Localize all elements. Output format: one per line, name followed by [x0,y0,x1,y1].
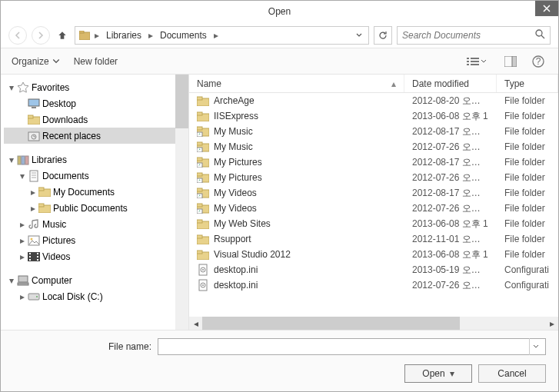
view-icon [467,57,479,66]
column-header-type[interactable]: Type [497,75,558,92]
breadcrumb-dropdown[interactable] [353,32,365,38]
file-name: My Music [214,141,253,152]
file-date: 2012-07-26 오후 4: [404,141,497,154]
file-row[interactable]: My Music2012-08-17 오후 5:File folder [189,124,558,139]
scrollbar-thumb[interactable] [202,317,460,330]
expand-toggle[interactable]: ▾ [7,82,16,93]
file-row[interactable]: My Pictures2012-08-17 오후 5:File folder [189,154,558,170]
file-row[interactable]: My Pictures2012-07-26 오후 4:File folder [189,170,558,185]
file-row[interactable]: desktop.ini2013-05-19 오후 2:Configurati [189,262,558,277]
svg-rect-7 [467,64,469,65]
file-list-body[interactable]: ArcheAge2012-08-20 오후 2:File folderIISEx… [189,93,558,317]
horizontal-scrollbar[interactable]: ◂ ▸ [189,317,558,330]
desktop-icon [27,98,41,110]
svg-rect-6 [471,61,479,62]
open-button[interactable]: Open ▾ [404,364,472,383]
svg-rect-21 [25,156,28,164]
file-row[interactable]: My Videos2012-07-26 오후 4:File folder [189,201,558,216]
svg-rect-16 [28,115,33,118]
tree-scrollbar[interactable] [175,75,188,330]
breadcrumb[interactable]: ▸ Libraries ▸ Documents ▸ [75,26,369,45]
new-folder-button[interactable]: New folder [74,56,118,67]
svg-rect-1 [79,31,84,33]
file-date: 2013-05-19 오후 2: [404,264,497,277]
expand-toggle[interactable]: ▾ [18,171,27,181]
scroll-right-button[interactable]: ▸ [545,317,558,330]
cancel-button[interactable]: Cancel [478,364,546,383]
svg-rect-4 [471,58,479,59]
file-row[interactable]: My Videos2012-08-17 오후 5:File folder [189,185,558,201]
file-row[interactable]: Rsupport2012-11-01 오후 2:File folder [189,231,558,247]
tree-item[interactable]: Recent places [4,128,188,144]
file-name: My Pictures [214,172,262,183]
filename-dropdown[interactable] [529,338,542,355]
tree-item[interactable]: Desktop [4,95,188,111]
close-button[interactable] [535,1,558,16]
forward-button[interactable] [32,26,50,45]
chevron-right-icon[interactable]: ▸ [146,30,155,41]
svg-rect-20 [22,156,25,164]
filename-input[interactable] [161,341,530,352]
chevron-right-icon[interactable]: ▸ [211,30,221,41]
tree-item[interactable]: ▾Documents [4,168,188,184]
scrollbar-thumb[interactable] [175,75,188,128]
file-type: File folder [497,218,558,229]
expand-toggle[interactable]: ▸ [18,251,27,262]
breadcrumb-segment[interactable]: Libraries [103,30,145,41]
organize-menu[interactable]: Organize [12,56,60,67]
expand-toggle[interactable]: ▸ [18,235,27,246]
file-type: Configurati [497,264,558,275]
expand-toggle[interactable]: ▸ [18,219,27,230]
view-options-button[interactable] [461,53,492,70]
chevron-right-icon[interactable]: ▸ [92,30,101,41]
back-button[interactable] [8,26,27,45]
svg-rect-33 [37,253,38,254]
file-row[interactable]: ArcheAge2012-08-20 오후 2:File folder [189,93,558,108]
refresh-button[interactable] [374,26,392,45]
tree-item[interactable]: ▸My Documents [4,184,188,200]
expand-toggle[interactable]: ▾ [7,154,16,165]
column-header-name[interactable]: Name ▴ [189,75,404,92]
up-button[interactable] [55,28,70,43]
tree-item[interactable]: ▾Libraries [4,151,188,168]
search-input[interactable] [402,30,535,41]
tree-item[interactable]: ▸Music [4,216,188,232]
tree-item[interactable]: ▾Favorites [4,79,188,95]
search-box[interactable] [397,26,551,45]
preview-pane-button[interactable] [501,53,520,70]
scroll-left-button[interactable]: ◂ [189,317,202,330]
disk-icon [27,291,41,303]
column-header-date[interactable]: Date modified [404,75,497,92]
svg-rect-5 [467,61,469,62]
file-row[interactable]: IISExpress2013-06-08 오후 1File folder [189,108,558,124]
file-name: My Videos [214,203,257,214]
expand-toggle[interactable]: ▸ [28,203,38,214]
organize-label: Organize [12,56,49,67]
expand-toggle[interactable]: ▸ [18,291,27,302]
file-type: File folder [497,249,558,260]
svg-point-2 [536,30,542,36]
expand-toggle[interactable]: ▾ [7,275,16,286]
tree-item[interactable]: ▸Local Disk (C:) [4,288,188,304]
file-type: File folder [497,157,558,168]
file-row[interactable]: My Music2012-07-26 오후 4:File folder [189,139,558,154]
folder-icon [78,29,91,42]
file-row[interactable]: My Web Sites2013-06-08 오후 1File folder [189,216,558,231]
main-area: ▾FavoritesDesktopDownloadsRecent places▾… [1,75,558,330]
navigation-tree[interactable]: ▾FavoritesDesktopDownloadsRecent places▾… [1,75,188,330]
tree-item[interactable]: ▾Computer [4,272,188,288]
svg-rect-65 [197,235,202,238]
tree-item[interactable]: Downloads [4,111,188,128]
breadcrumb-segment[interactable]: Documents [157,30,210,41]
filename-input-wrapper[interactable] [158,338,546,355]
tree-item[interactable]: ▸Public Documents [4,200,188,216]
tree-item[interactable]: ▸Pictures [4,232,188,248]
expand-toggle[interactable]: ▸ [28,187,38,198]
file-row[interactable]: Visual Studio 20122013-06-08 오후 1File fo… [189,247,558,262]
help-button[interactable]: ? [529,53,547,70]
tree-item-label: Downloads [42,115,88,125]
file-list: Name ▴ Date modified Type ArcheAge2012-0… [188,75,558,330]
tree-item-label: Documents [42,171,89,181]
file-row[interactable]: desktop.ini2012-07-26 오후 5:Configurati [189,277,558,293]
tree-item[interactable]: ▸Videos [4,248,188,264]
